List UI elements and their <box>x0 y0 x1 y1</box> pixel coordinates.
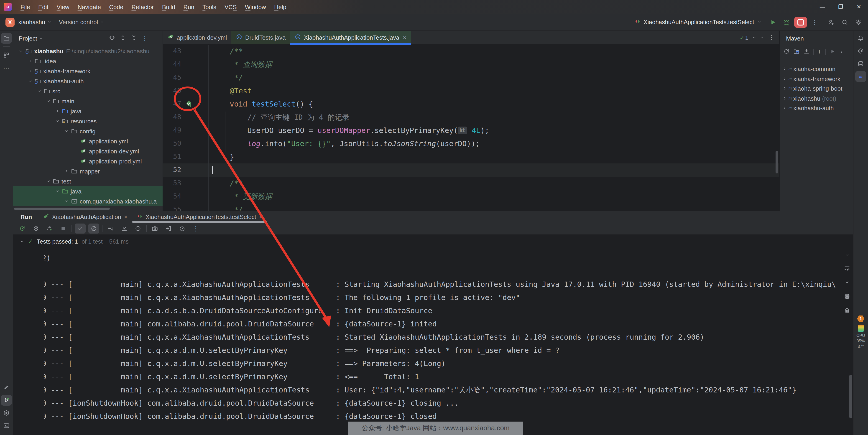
maven-item-xiaoha-common[interactable]: mxiaoha-common <box>780 64 853 74</box>
tree-item-mapper[interactable]: mapper <box>13 166 162 176</box>
run-button[interactable] <box>767 17 779 28</box>
chevron-right-icon[interactable] <box>63 169 70 174</box>
project-switcher[interactable]: xiaohashu <box>18 19 45 26</box>
run-tool-icon[interactable] <box>1 395 12 405</box>
expand-all-icon[interactable] <box>120 35 126 42</box>
tree-item-xiaohashu[interactable]: xiaohashu E:\xinqiu\xiaohashu2\xiaohashu <box>13 46 162 56</box>
editor-scrollbar[interactable] <box>776 151 778 174</box>
chevron-right-icon[interactable] <box>782 75 787 83</box>
chevron-down-icon[interactable] <box>54 189 61 193</box>
maven-item-xiaohashu-auth[interactable]: mxiaohashu-auth <box>780 103 853 113</box>
menu-code[interactable]: Code <box>105 2 127 12</box>
menu-view[interactable]: View <box>53 2 73 12</box>
export-results-icon[interactable] <box>163 223 174 234</box>
maven-item-xiaoha-spring-boot-[interactable]: mxiaoha-spring-boot- <box>780 84 853 94</box>
menu-refactor[interactable]: Refactor <box>127 2 158 12</box>
collapse-all-icon[interactable] <box>131 35 137 42</box>
code-line-44[interactable]: 44 * 查询数据 <box>163 58 779 71</box>
rerun-icon[interactable] <box>17 223 28 234</box>
sort-icon[interactable] <box>105 223 116 234</box>
menu-vcs[interactable]: VCS <box>220 2 241 12</box>
build-tool-icon[interactable] <box>1 382 12 393</box>
tree-item-java[interactable]: java <box>13 106 162 116</box>
services-tool-icon[interactable] <box>1 407 12 418</box>
vcs-widget[interactable]: Version control <box>59 19 98 26</box>
editor-tab-application-dev-yml[interactable]: application-dev.yml <box>163 31 231 44</box>
code-line-53[interactable]: 53 /** <box>163 177 779 190</box>
tree-item-java[interactable]: java <box>13 186 162 196</box>
tree-item-application-prod-yml[interactable]: application-prod.yml <box>13 156 162 166</box>
tree-item--idea[interactable]: .idea <box>13 56 162 66</box>
menu-help[interactable]: Help <box>270 2 290 12</box>
scroll-down-icon[interactable] <box>845 252 849 258</box>
code-line-47[interactable]: 47 void testSelect() { <box>163 97 779 111</box>
minimize-button[interactable]: — <box>813 4 832 10</box>
hide-panel-icon[interactable]: — <box>153 35 159 42</box>
project-panel-title[interactable]: Project <box>19 35 37 42</box>
editor-tab-xiaohashuauthapplicationtests-java[interactable]: CXiaohashuAuthApplicationTests.java× <box>290 31 411 44</box>
run-tab-xiaohashuauthapplicationtests-testselect[interactable]: XiaohashuAuthApplicationTests.testSelect… <box>132 211 267 223</box>
debug-button[interactable] <box>781 17 793 28</box>
chevron-right-icon[interactable] <box>782 95 787 102</box>
inspections-widget[interactable]: ✓1 <box>740 34 748 41</box>
project-avatar[interactable]: X <box>5 18 14 27</box>
tree-horizontal-scrollbar[interactable] <box>14 208 110 210</box>
chevron-down-icon[interactable] <box>45 99 52 103</box>
chevron-down-icon[interactable] <box>36 89 42 93</box>
chevron-right-icon[interactable] <box>54 109 61 113</box>
close-button[interactable]: ✕ <box>850 4 868 10</box>
reload-all-projects-icon[interactable] <box>793 48 800 56</box>
show-passed-icon[interactable] <box>75 223 86 234</box>
database-icon[interactable] <box>855 58 866 69</box>
test-duration-icon[interactable] <box>132 223 144 234</box>
more-tools-icon[interactable]: ⋯ <box>1 62 12 73</box>
console-scrollbar[interactable] <box>849 375 852 418</box>
tree-item-application-yml[interactable]: application.yml <box>13 136 162 146</box>
chevron-right-icon[interactable] <box>782 105 787 112</box>
tree-item-main[interactable]: main <box>13 96 162 106</box>
tree-item-xiaoha-framework[interactable]: xiaoha-framework <box>13 66 162 76</box>
tree-item-src[interactable]: src <box>13 86 162 96</box>
search-everywhere-icon[interactable] <box>839 17 851 28</box>
reload-maven-icon[interactable] <box>783 48 790 56</box>
run-tab-xiaohashuauthapplication[interactable]: XiaohashuAuthApplication× <box>38 211 132 223</box>
maven-item-xiaohashu[interactable]: mxiaohashu(root) <box>780 94 853 103</box>
code-line-45[interactable]: 45 */ <box>163 71 779 84</box>
code-with-me-icon[interactable] <box>825 17 837 28</box>
tree-item-xiaohashu-auth[interactable]: xiaohashu-auth <box>13 76 162 86</box>
code-line-51[interactable]: 51 } <box>163 150 779 163</box>
locate-file-icon[interactable] <box>109 35 115 42</box>
stop-button[interactable] <box>794 17 807 28</box>
rerun-auto-icon[interactable] <box>44 223 55 234</box>
soft-wrap-icon[interactable] <box>844 265 850 273</box>
thread-dump-icon[interactable] <box>149 223 160 234</box>
run-configuration-widget[interactable]: XiaohashuAuthApplicationTests.testSelect <box>634 18 762 26</box>
stop-icon[interactable] <box>58 223 69 234</box>
code-line-43[interactable]: 43 /** <box>163 44 779 58</box>
profiler-icon[interactable] <box>177 223 188 234</box>
chevron-right-icon[interactable] <box>782 66 787 73</box>
tree-item-config[interactable]: config <box>13 126 162 136</box>
more-options-icon[interactable]: ⋮ <box>190 223 201 234</box>
import-results-icon[interactable] <box>119 223 130 234</box>
terminal-tool-icon[interactable] <box>1 420 12 431</box>
code-line-52[interactable]: 52 <box>163 163 779 177</box>
close-icon[interactable]: × <box>259 213 262 220</box>
menu-tools[interactable]: Tools <box>198 2 220 12</box>
menu-run[interactable]: Run <box>179 2 198 12</box>
chevron-down-icon[interactable] <box>63 129 70 133</box>
settings-icon[interactable] <box>852 17 864 28</box>
chevron-down-icon[interactable] <box>27 79 33 83</box>
notifications-icon[interactable] <box>855 33 866 44</box>
tree-item-test[interactable]: test <box>13 176 162 186</box>
close-icon[interactable]: × <box>403 34 406 41</box>
ai-assistant-icon[interactable] <box>855 45 866 57</box>
code-line-48[interactable]: 48 // 查询主键 ID 为 4 的记录 <box>163 111 779 124</box>
menu-navigate[interactable]: Navigate <box>73 2 105 12</box>
code-line-49[interactable]: 49 UserDO userDO = userDOMapper.selectBy… <box>163 124 779 137</box>
menu-window[interactable]: Window <box>241 2 270 12</box>
menu-build[interactable]: Build <box>158 2 179 12</box>
code-line-55[interactable]: 55 */ <box>163 203 779 211</box>
tree-item-com-quanxiaoha-xiaohashu-a[interactable]: com.quanxiaoha.xiaohashu.a <box>13 196 162 206</box>
chevron-down-icon[interactable] <box>18 49 24 53</box>
